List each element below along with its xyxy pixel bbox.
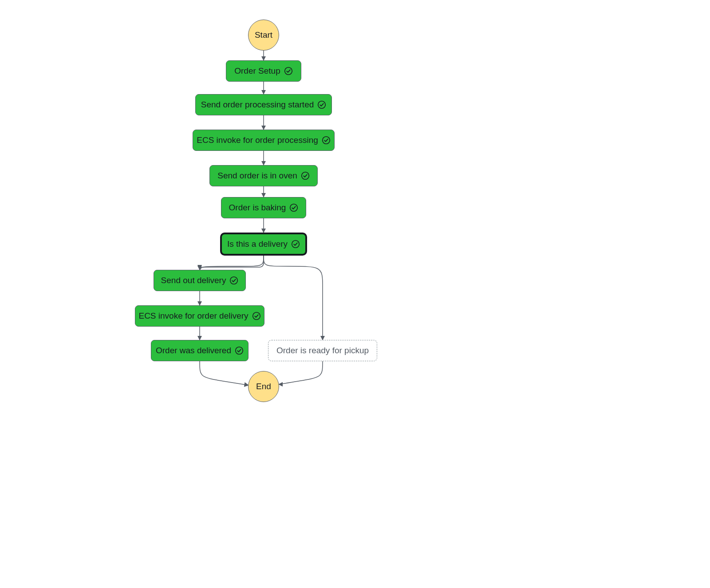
check-circle-icon bbox=[252, 312, 261, 320]
node-label: Order Setup bbox=[234, 66, 280, 76]
node-label: Order was delivered bbox=[156, 346, 231, 355]
check-circle-icon bbox=[284, 67, 293, 75]
svg-point-12 bbox=[301, 172, 309, 180]
check-circle-icon bbox=[289, 203, 298, 212]
svg-point-17 bbox=[236, 347, 243, 355]
check-circle-icon bbox=[301, 171, 310, 180]
step-is-delivery[interactable]: Is this a delivery bbox=[220, 233, 307, 256]
svg-point-15 bbox=[230, 277, 238, 284]
check-circle-icon bbox=[291, 240, 300, 249]
check-circle-icon bbox=[322, 136, 331, 145]
step-send-out-delivery[interactable]: Send out delivery bbox=[154, 270, 246, 291]
svg-point-16 bbox=[252, 312, 260, 320]
node-label: ECS invoke for order processing bbox=[197, 135, 318, 145]
node-label: End bbox=[256, 382, 271, 391]
step-send-processing-started[interactable]: Send order processing started bbox=[195, 94, 332, 115]
svg-point-14 bbox=[292, 241, 300, 248]
node-label: ECS invoke for order delivery bbox=[138, 311, 248, 321]
node-label: Order is ready for pickup bbox=[276, 346, 369, 355]
step-order-pickup[interactable]: Order is ready for pickup bbox=[268, 340, 377, 361]
node-label: Send out delivery bbox=[161, 276, 226, 285]
start-node[interactable]: Start bbox=[248, 20, 279, 51]
check-circle-icon bbox=[229, 276, 238, 285]
flowchart-canvas: Start Order Setup Send order processing … bbox=[0, 0, 710, 588]
step-send-in-oven[interactable]: Send order is in oven bbox=[209, 165, 318, 186]
step-order-baking[interactable]: Order is baking bbox=[221, 197, 306, 218]
node-label: Is this a delivery bbox=[227, 239, 288, 249]
node-label: Send order is in oven bbox=[217, 171, 297, 181]
node-label: Start bbox=[255, 30, 272, 40]
node-label: Send order processing started bbox=[201, 100, 314, 110]
step-ecs-delivery[interactable]: ECS invoke for order delivery bbox=[135, 305, 264, 327]
end-node[interactable]: End bbox=[248, 371, 279, 402]
svg-point-10 bbox=[318, 101, 326, 109]
edge-layer bbox=[0, 0, 710, 588]
svg-point-9 bbox=[284, 67, 292, 75]
svg-point-11 bbox=[322, 137, 330, 144]
check-circle-icon bbox=[235, 346, 244, 355]
step-ecs-processing[interactable]: ECS invoke for order processing bbox=[193, 130, 335, 151]
svg-point-13 bbox=[290, 204, 298, 212]
step-order-delivered[interactable]: Order was delivered bbox=[151, 340, 248, 361]
step-order-setup[interactable]: Order Setup bbox=[226, 60, 301, 82]
check-circle-icon bbox=[317, 100, 326, 109]
node-label: Order is baking bbox=[229, 203, 286, 213]
